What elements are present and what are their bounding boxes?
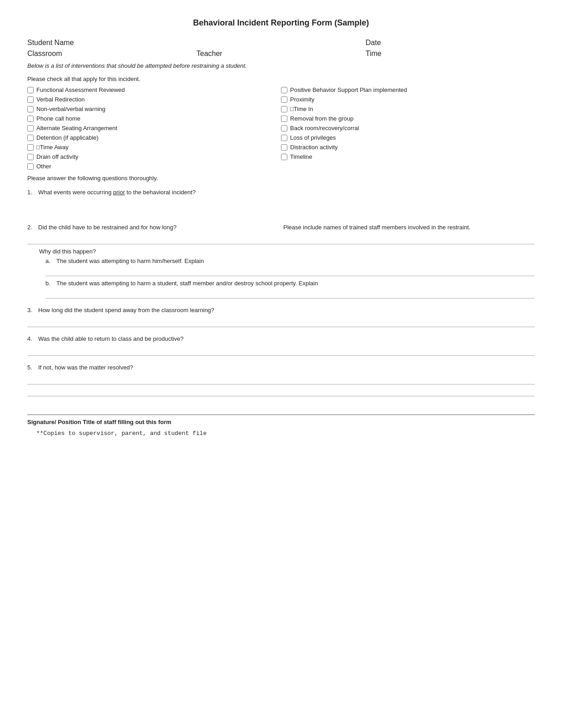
checkbox-distraction[interactable] [281, 144, 287, 151]
checklist-label: Alternate Seating Arrangement [36, 125, 117, 131]
q4-number: 4. [27, 335, 35, 342]
please-answer-text: Please answer the following questions th… [27, 175, 535, 182]
list-item: Drain off activity [27, 152, 281, 162]
checkbox-detention[interactable] [27, 135, 34, 141]
q3-text: How long did the student spend away from… [38, 307, 214, 313]
question-3: 3. How long did the student spend away f… [27, 307, 535, 327]
checklist-label: Proximity [290, 96, 314, 103]
sub-question-a: a. The student was attempting to harm hi… [45, 258, 535, 264]
list-item: Verbal Redirection [27, 95, 281, 104]
checklist-label: Removal from the group [290, 115, 353, 122]
checkbox-phone-call[interactable] [27, 116, 34, 122]
intro-text: Below is a list of interventions that sh… [27, 62, 535, 69]
list-item: Back room/recovery/corral [281, 123, 535, 133]
sub-intro: Why did this happen? [39, 248, 535, 255]
sub-question-b: b. The student was attempting to harm a … [45, 280, 535, 287]
checklist-grid: Functional Assessment Reviewed Positive … [27, 85, 535, 171]
time-label: Time [366, 50, 535, 58]
checkbox-positive-behavior[interactable] [281, 87, 287, 93]
classroom-label: Classroom [27, 50, 196, 58]
list-item: Functional Assessment Reviewed [27, 85, 281, 95]
checklist-label: Phone call home [36, 115, 80, 122]
checklist-label: Other [36, 163, 51, 170]
checkbox-functional-assessment[interactable] [27, 87, 34, 93]
copies-note: **Copies to supervisor, parent, and stud… [36, 430, 535, 437]
checkbox-time-in[interactable] [281, 106, 287, 112]
checklist-label: Loss of privileges [290, 134, 336, 141]
checkbox-proximity[interactable] [281, 96, 287, 103]
checkbox-loss-privileges[interactable] [281, 135, 287, 141]
checkbox-drain-off[interactable] [27, 154, 34, 160]
list-item: Timeline [281, 152, 535, 162]
list-item: Alternate Seating Arrangement [27, 123, 281, 133]
checkbox-back-room[interactable] [281, 125, 287, 131]
list-item: □Time In [281, 104, 535, 114]
sub-text-b: The student was attempting to harm a stu… [56, 280, 318, 287]
checklist-label: □Time In [290, 106, 313, 112]
checklist-label: Verbal Redirection [36, 96, 85, 103]
teacher-label: Teacher [196, 50, 366, 58]
checklist-label: Positive Behavior Support Plan implement… [290, 86, 407, 93]
q4-text: Was the child able to return to class an… [38, 335, 184, 342]
checkbox-time-away[interactable] [27, 144, 34, 151]
question-4: 4. Was the child able to return to class… [27, 335, 535, 356]
q2-number: 2. [27, 224, 35, 231]
list-item: Proximity [281, 95, 535, 104]
checkbox-removal[interactable] [281, 116, 287, 122]
checklist-label: Non-verbal/verbal warning [36, 106, 105, 112]
list-item: Detention (if applicable) [27, 133, 281, 142]
list-item: Other [27, 162, 281, 171]
list-item: Non-verbal/verbal warning [27, 104, 281, 114]
checklist-label: Detention (if applicable) [36, 134, 99, 141]
q2-text: Did the child have to be restrained and … [38, 224, 176, 231]
q2-note: Please include names of trained staff me… [283, 224, 535, 233]
list-item: Distraction activity [281, 142, 535, 152]
sub-label-a: a. [45, 258, 53, 264]
date-label: Date [366, 39, 535, 47]
list-item: Removal from the group [281, 114, 535, 123]
list-item: Phone call home [27, 114, 281, 123]
checklist-header: Please check all that apply for this inc… [27, 76, 535, 82]
checkbox-timeline[interactable] [281, 154, 287, 160]
signature-title: Signature/ Position Title of staff filli… [27, 419, 535, 425]
checkbox-alternate-seating[interactable] [27, 125, 34, 131]
checklist-label: Distraction activity [290, 144, 338, 151]
checkbox-nonverbal-warning[interactable] [27, 106, 34, 112]
checklist-label: Timeline [290, 153, 312, 160]
student-name-label: Student Name [27, 39, 196, 47]
q1-number: 1. [27, 189, 35, 196]
checklist-label: Drain off activity [36, 153, 78, 160]
sub-text-a: The student was attempting to harm him/h… [56, 258, 204, 264]
sub-label-b: b. [45, 280, 53, 287]
q1-text: What events were occurring prior to the … [38, 189, 196, 196]
question-2: 2. Did the child have to be restrained a… [27, 224, 535, 298]
list-item: Loss of privileges [281, 133, 535, 142]
list-item: Positive Behavior Support Plan implement… [281, 85, 535, 95]
page-title: Behavioral Incident Reporting Form (Samp… [27, 18, 535, 28]
checklist-label: Functional Assessment Reviewed [36, 86, 125, 93]
checkbox-verbal-redirection[interactable] [27, 96, 34, 103]
question-1: 1. What events were occurring prior to t… [27, 189, 535, 216]
q5-number: 5. [27, 364, 35, 371]
signature-section: Signature/ Position Title of staff filli… [27, 415, 535, 437]
q5-text: If not, how was the matter resolved? [38, 364, 133, 371]
checklist-label: □Time Away [36, 144, 69, 151]
question-5: 5. If not, how was the matter resolved? [27, 364, 535, 396]
checkbox-other[interactable] [27, 163, 34, 170]
list-item: □Time Away [27, 142, 281, 152]
checklist-label: Back room/recovery/corral [290, 125, 359, 131]
q3-number: 3. [27, 307, 35, 313]
